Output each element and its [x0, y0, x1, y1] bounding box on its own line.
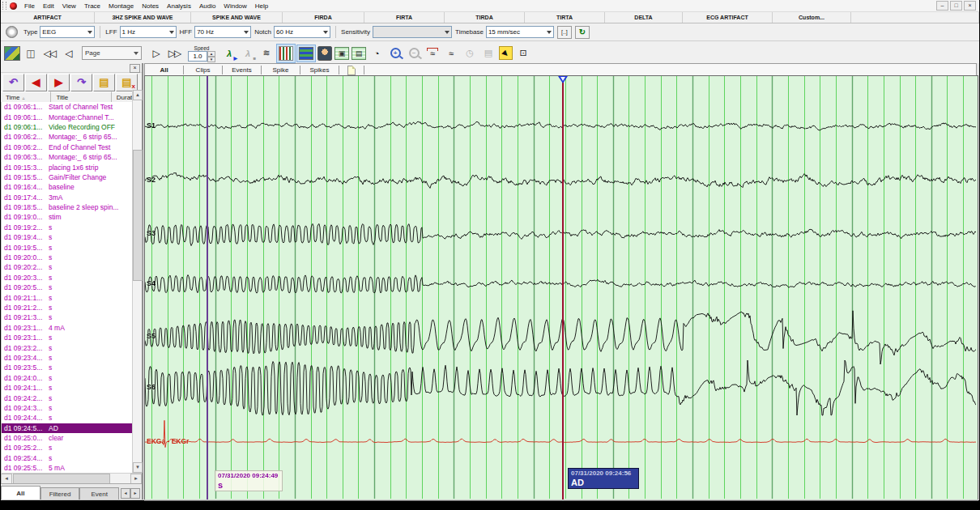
snapshot-icon[interactable]: ▣ [334, 47, 349, 60]
menu-help[interactable]: Help [251, 2, 272, 10]
event-tab-event[interactable]: Event [79, 487, 119, 500]
event-row[interactable]: d1 09:23:5...s [2, 363, 134, 372]
print-icon[interactable]: ▤ [352, 47, 366, 60]
delete-note-icon[interactable]: ▤ [116, 74, 138, 91]
autoplay-start-icon[interactable]: λ [221, 45, 237, 62]
next-event-button[interactable]: ▶ [48, 74, 70, 91]
redo-arrow-icon[interactable]: ↷ [70, 74, 92, 91]
event-row[interactable]: d1 09:16:4...baseline [2, 182, 134, 192]
analysis-icon[interactable]: ◔ [369, 45, 385, 62]
clock-icon[interactable]: ◷ [462, 45, 478, 62]
annotation-s[interactable]: 07/31/2020 09:24:49s [215, 470, 283, 491]
event-row[interactable]: d1 09:06:2...Montage:_ 6 strip 65... [2, 132, 134, 142]
cursor-marker-icon[interactable] [558, 76, 568, 83]
event-row[interactable]: d1 09:20:0...s [2, 253, 134, 262]
event-row[interactable]: d1 09:06:3...Montage:_ 6 strip 65... [2, 152, 134, 162]
event-row[interactable]: d1 09:06:1...Montage:Channel T... [2, 112, 134, 121]
menu-notes[interactable]: Notes [138, 2, 163, 10]
event-row[interactable]: d1 09:21:2...s [2, 303, 134, 312]
tab-prev-icon[interactable]: ◂ [121, 488, 130, 499]
measure-wave-icon[interactable]: ≈ [424, 45, 441, 62]
event-row[interactable]: d1 09:23:1...s [2, 333, 134, 342]
event-row[interactable]: d1 09:21:3...s [2, 312, 134, 322]
quick-button-ecg-artifact[interactable]: ECG ARTIFACT [683, 12, 773, 23]
montage-wheel-icon[interactable] [6, 26, 18, 38]
quick-button-tirta[interactable]: TIRTA [525, 12, 605, 23]
annotation-ad[interactable]: 07/31/2020 09:24:56AD [568, 468, 639, 489]
event-list-vscrollbar[interactable]: ▲ ▼ [132, 90, 142, 473]
vscroll-thumb[interactable] [133, 150, 143, 281]
event-row[interactable]: d1 09:19:0...stim [2, 212, 134, 222]
event-row[interactable]: d1 09:24:2...s [2, 393, 134, 402]
monitor-icon[interactable]: ⊡ [515, 45, 531, 62]
event-row[interactable]: d1 09:25:0...clear [2, 433, 134, 443]
event-row[interactable]: d1 09:06:2...End of Channel Test [2, 142, 134, 152]
trace-tab-all[interactable]: All [145, 66, 184, 74]
hff-select[interactable]: 70 Hz [194, 26, 251, 38]
zoom-out-icon[interactable]: − [406, 45, 422, 62]
column-header-title[interactable]: Title [51, 91, 111, 103]
event-row[interactable]: d1 09:19:4...s [2, 232, 134, 242]
event-row[interactable]: d1 09:24:4...s [2, 413, 134, 423]
event-row[interactable]: d1 09:15:5...Gain/Filter Change [2, 172, 134, 182]
event-row[interactable]: d1 09:25:4...s [2, 453, 134, 463]
type-select[interactable]: EEG [40, 26, 95, 38]
menu-edit[interactable]: Edit [39, 2, 58, 10]
fast-forward-button[interactable]: ▷▷ [166, 45, 182, 62]
montage-edit-icon[interactable]: ≋ [258, 45, 275, 62]
quick-button-custom-[interactable]: Custom... [773, 12, 851, 23]
minimize-button[interactable]: – [936, 1, 948, 11]
event-row[interactable]: d1 09:24:3...s [2, 403, 134, 413]
event-cursor[interactable] [207, 76, 208, 500]
step-forward-button[interactable]: ▷ [147, 45, 164, 62]
menu-window[interactable]: Window [219, 2, 250, 10]
quick-button-3hz-spike-and-wave[interactable]: 3HZ SPIKE AND WAVE [95, 12, 191, 23]
menu-analysis[interactable]: Analysis [163, 2, 195, 10]
timebase-select[interactable]: 15 mm/sec [486, 26, 554, 38]
tab-next-icon[interactable]: ▸ [130, 488, 140, 499]
lff-select[interactable]: 1 Hz [120, 26, 177, 38]
refresh-button[interactable]: ↻ [575, 26, 590, 39]
prev-event-button[interactable]: ◀ [25, 74, 47, 91]
grid-view-icon[interactable] [299, 47, 313, 60]
event-row[interactable]: d1 09:19:5...s [2, 242, 134, 252]
event-row[interactable]: d1 09:23:1...4 mA [2, 323, 134, 333]
event-row[interactable]: d1 09:21:1...s [2, 292, 134, 302]
notch-select[interactable]: 60 Hz [274, 26, 330, 38]
speed-spinner[interactable]: Speed1.0▲▼ [188, 45, 215, 62]
trace-tab-spikes[interactable]: Spikes [300, 66, 339, 74]
eeg-canvas[interactable] [145, 76, 976, 499]
undo-arrow-icon[interactable]: ↶ [2, 74, 24, 91]
menu-trace[interactable]: Trace [80, 2, 104, 10]
quick-button-spike-and-wave[interactable]: SPIKE AND WAVE [191, 12, 283, 23]
event-row[interactable]: d1 09:20:2...s [2, 262, 134, 272]
trace-tab-events[interactable]: Events [223, 66, 262, 74]
scroll-up-icon[interactable]: ▲ [133, 90, 143, 100]
quick-button-delta[interactable]: DELTA [605, 12, 683, 23]
trace-area[interactable]: S1S2S3S4S5S6EKGa - EKGr07/31/2020 09:24:… [144, 75, 978, 501]
speed-down-icon[interactable]: ▼ [207, 57, 215, 62]
event-row[interactable]: d1 09:25:5...5 mA [2, 463, 134, 473]
menu-file[interactable]: File [20, 2, 39, 10]
event-row[interactable]: d1 09:15:3...placing 1x6 strip [2, 162, 134, 172]
scroll-down-icon[interactable]: ▼ [133, 462, 143, 473]
patient-info-icon[interactable] [317, 46, 332, 61]
event-row[interactable]: d1 09:24:5...AD [2, 423, 134, 433]
montage-overview-icon[interactable] [4, 46, 20, 61]
close-button[interactable]: × [964, 1, 976, 11]
event-row[interactable]: d1 09:23:4...s [2, 353, 134, 363]
quick-button-firta[interactable]: FIRTA [364, 12, 445, 23]
brackets-button[interactable]: [..] [557, 26, 572, 39]
event-row[interactable]: d1 09:18:5...baseline 2 sleep spin... [2, 202, 134, 212]
event-wave-icon[interactable]: ≈ [443, 45, 459, 62]
restore-button[interactable]: □ [950, 1, 962, 11]
speed-up-icon[interactable]: ▲ [207, 51, 215, 57]
menu-audio[interactable]: Audio [195, 2, 219, 10]
trace-tab-note[interactable] [339, 66, 364, 74]
channels-view-icon[interactable] [279, 46, 293, 61]
autoplay-stop-icon[interactable]: λ [240, 45, 256, 62]
event-row[interactable]: d1 09:24:0...s [2, 373, 134, 383]
event-list-hscrollbar[interactable]: ◄ ► [1, 473, 142, 484]
video-camera-icon[interactable]: ◫ [23, 45, 39, 62]
step-back-button[interactable]: ◁ [60, 45, 76, 62]
